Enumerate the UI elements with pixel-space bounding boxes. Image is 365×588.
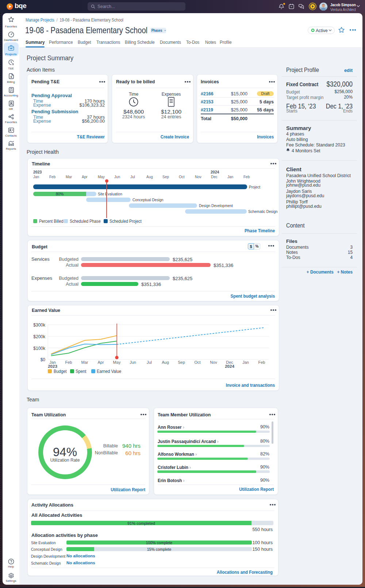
svg-text:$: $ [10, 75, 12, 79]
svg-text:$: $ [12, 63, 14, 65]
